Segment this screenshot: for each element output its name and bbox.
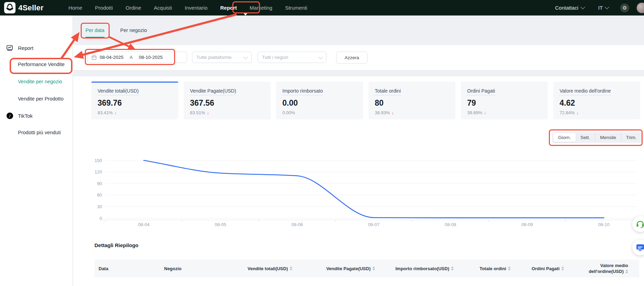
stat-card-totale-ordini[interactable]: Totale ordini8038.93%↓ <box>369 82 455 119</box>
trend-down-icon: ↓ <box>484 110 486 115</box>
granularity-giorn[interactable]: Giorn. <box>553 133 576 142</box>
sort-desc-triangle <box>625 272 628 274</box>
contact-menu[interactable]: Contattaci <box>555 0 584 15</box>
stat-card-value: 80 <box>375 98 449 108</box>
store-select-value: Tutti i negozi <box>262 55 288 60</box>
granularity-switch: Giorn.Sett.MensileTrim. <box>552 132 642 143</box>
shopping-bag-logo-icon <box>4 2 16 13</box>
column-header-label: Ordini Pagati <box>532 266 560 271</box>
column-header-label: Importo rimborsato(USD) <box>395 266 449 271</box>
tab-per-negozio[interactable]: Per negozio <box>120 28 147 36</box>
stat-card-value: 4.62 <box>560 98 634 108</box>
column-header-data[interactable]: Data <box>97 266 163 272</box>
nav-item-marketing[interactable]: Marketing <box>250 5 272 11</box>
column-header-vendite-totali-usd[interactable]: Vendite totali(USD) <box>232 266 294 272</box>
stat-change-percent: 83.51% <box>190 110 205 115</box>
report-tabs: Per dataPer negozio <box>85 28 147 36</box>
nav-item-inventario[interactable]: Inventario <box>185 5 208 11</box>
sidebar-item-prodotti-pi-venduti[interactable]: Prodotti più venduti <box>18 130 61 135</box>
language-menu[interactable]: IT <box>598 0 608 15</box>
filter-panel: 08-04-2025 A 08-10-2025 Tutte piattaform… <box>73 45 644 70</box>
stat-card-change: 72.84%↓ <box>560 110 634 115</box>
x-axis-tick-label: 08-07 <box>368 222 380 227</box>
granularity-trim[interactable]: Trim. <box>621 133 641 142</box>
stat-card-ordini-pagati[interactable]: Ordini Pagati7939.69%↓ <box>461 82 548 119</box>
sort-desc-triangle <box>451 269 454 271</box>
sidebar-item-vendite-per-negozio[interactable]: Vendite per negozio <box>18 79 62 84</box>
granularity-mensile[interactable]: Mensile <box>595 133 621 142</box>
stat-card-label: Vendite totali(USD) <box>98 88 139 95</box>
platform-select-value: Tutte piattaforme <box>197 55 232 60</box>
column-header-valore-medio-dell-ordine-usd[interactable]: Valore medio dell'ordine(USD) <box>565 263 630 274</box>
stat-card-importo-rimborsato[interactable]: Importo rimborsato0.000.00% <box>276 82 363 119</box>
sidebar-item-performance-vendite[interactable]: Performance Vendite <box>18 62 64 67</box>
sort-icon[interactable] <box>508 266 511 271</box>
calendar-icon <box>92 55 97 60</box>
stat-change-percent: 39.69% <box>467 110 482 115</box>
column-header-importo-rimborsato-usd[interactable]: Importo rimborsato(USD) <box>376 266 455 272</box>
stat-card-vendite-totali-usd[interactable]: Vendite totali(USD)369.7683.41%↓ <box>91 82 178 119</box>
x-axis-tick-label: 08-08 <box>445 222 456 227</box>
nav-item-prodotti[interactable]: Prodotti <box>95 5 113 11</box>
x-axis-tick-label: 08-05 <box>215 222 226 227</box>
column-header-vendite-pagate-usd[interactable]: Vendite Pagate(USD) <box>294 266 376 272</box>
stat-card-valore-medio-dell-ordine[interactable]: Valore medio dell'ordine4.6272.84%↓ <box>553 82 640 119</box>
nav-item-home[interactable]: Home <box>69 5 82 11</box>
user-avatar[interactable] <box>636 2 644 13</box>
tab-per-data[interactable]: Per data <box>85 28 104 36</box>
chat-monitor-icon <box>636 243 644 252</box>
svg-text:♪: ♪ <box>8 114 11 118</box>
sidebar-item-tiktok[interactable]: ♪TikTok <box>6 112 33 119</box>
sort-icon[interactable] <box>290 266 292 271</box>
sort-desc-triangle <box>372 269 375 271</box>
logo-text: 4Seller <box>18 3 44 12</box>
nav-item-report[interactable]: Report <box>220 5 237 11</box>
stat-change-percent: 83.41% <box>98 110 113 115</box>
column-header-label: Negozio <box>164 266 182 271</box>
nav-item-ordine[interactable]: Ordine <box>125 5 141 11</box>
stat-card-vendite-pagate-usd[interactable]: Vendite Pagate(USD)367.5683.51%↓ <box>184 82 271 119</box>
chevron-down-icon <box>318 55 323 59</box>
sort-icon[interactable] <box>561 266 564 271</box>
stat-cards: Vendite totali(USD)369.7683.41%↓Vendite … <box>91 82 640 119</box>
date-from-value[interactable]: 08-04-2025 <box>100 55 123 60</box>
platform-select[interactable]: Tutte piattaforme <box>192 52 252 63</box>
granularity-sett[interactable]: Sett. <box>576 133 595 142</box>
stat-card-change: 38.93%↓ <box>375 110 449 115</box>
trend-down-icon: ↓ <box>392 110 394 115</box>
app-logo[interactable]: 4Seller <box>4 2 44 13</box>
sort-asc-triangle <box>625 269 628 271</box>
x-axis-tick-label: 08-10 <box>598 222 610 227</box>
settings-button[interactable]: ⚙ <box>620 3 629 12</box>
clear-filters-button[interactable]: Azzera <box>336 52 368 64</box>
store-select[interactable]: Tutti i negozi <box>258 52 326 63</box>
nav-item-strumenti[interactable]: Strumenti <box>285 5 307 11</box>
stat-card-change: 39.69%↓ <box>467 110 542 115</box>
column-header-totale-ordini[interactable]: Totale ordini <box>455 266 512 272</box>
sort-icon[interactable] <box>451 266 454 271</box>
sales-line-chart: 030609012015008-0408-0508-0608-0708-0808… <box>79 155 641 234</box>
sort-icon[interactable] <box>625 269 628 274</box>
chevron-down-icon <box>243 55 248 59</box>
column-header-ordini-pagati[interactable]: Ordini Pagati <box>512 266 565 272</box>
sidebar-item-label: Vendite per negozio <box>18 79 62 84</box>
nav-item-acquisti[interactable]: Acquisti <box>154 5 172 11</box>
y-axis-tick-label: 150 <box>94 158 102 163</box>
sort-icon[interactable] <box>372 266 375 271</box>
gear-icon: ⚙ <box>622 5 627 11</box>
x-axis-tick-label: 08-06 <box>291 222 303 227</box>
date-range-input[interactable]: 08-04-2025 A 08-10-2025 <box>87 52 187 63</box>
stat-card-value: 0.00 <box>282 98 357 108</box>
column-header-negozio[interactable]: Negozio <box>163 266 232 272</box>
stat-card-label: Vendite Pagate(USD) <box>190 88 236 95</box>
sidebar-item-report[interactable]: Report <box>6 44 33 51</box>
report-chart-icon <box>6 44 13 51</box>
x-axis-tick-label: 08-04 <box>138 222 149 227</box>
tiktok-icon: ♪ <box>6 112 13 119</box>
date-to-value[interactable]: 08-10-2025 <box>139 55 163 60</box>
stat-card-change: 0.00% <box>282 110 357 115</box>
stat-card-label: Totale ordini <box>375 88 401 95</box>
sidebar: ReportPerformance VenditeVendite per neg… <box>0 15 73 286</box>
sales-trend-line <box>144 160 604 218</box>
sidebar-item-vendite-per-prodotto[interactable]: Vendite per Prodotto <box>18 96 63 102</box>
